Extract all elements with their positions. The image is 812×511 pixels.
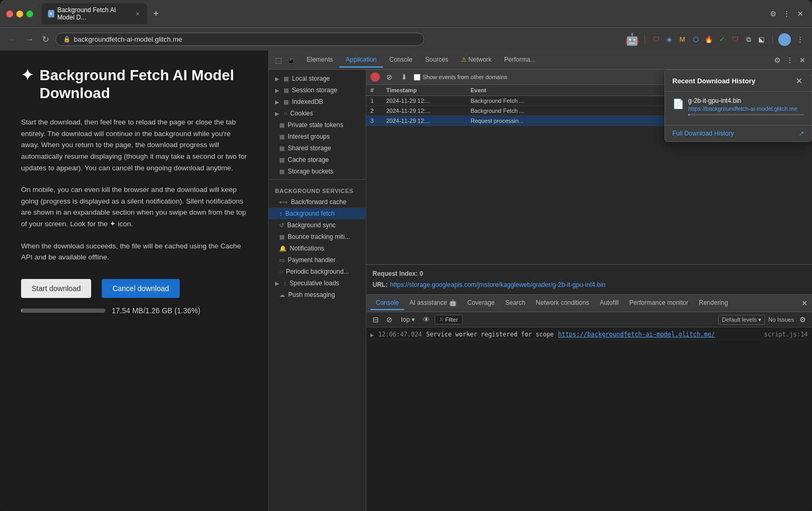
show-events-checkbox[interactable] bbox=[414, 74, 420, 81]
download-url[interactable]: https://backgroundfetch-ai-model.glitch.… bbox=[688, 105, 804, 112]
ext-icon-7[interactable]: 🛡 bbox=[729, 34, 741, 45]
devtools-close-icon[interactable]: ✕ bbox=[795, 8, 806, 19]
sidebar-item-indexeddb[interactable]: ▶ ▦ IndexedDB bbox=[269, 96, 366, 108]
tab-sources[interactable]: Sources bbox=[419, 53, 455, 68]
row-ts: 2024-11-29 12:... bbox=[386, 118, 471, 124]
popup-close-button[interactable]: ✕ bbox=[794, 75, 804, 86]
sidebar-item-background-fetch[interactable]: ↕ Background fetch bbox=[269, 208, 366, 219]
forward-button[interactable]: → bbox=[23, 33, 36, 46]
file-icon: 📄 bbox=[672, 98, 684, 110]
console-close-button[interactable]: ✕ bbox=[801, 299, 808, 307]
profile-icon[interactable] bbox=[778, 33, 791, 46]
popup-header: Recent Download History ✕ bbox=[665, 70, 811, 92]
browser-menu-icon[interactable]: ⋮ bbox=[794, 34, 806, 45]
active-tab[interactable]: ✦ Background Fetch AI Model D... ✕ bbox=[42, 3, 147, 24]
console-eye-icon[interactable]: 👁 bbox=[421, 314, 432, 325]
sidebar-item-bounce-tracking[interactable]: ▦ Bounce tracking miti... bbox=[269, 231, 366, 243]
devtools-more-icon[interactable]: ⋮ bbox=[781, 8, 792, 19]
ext-icon-4[interactable]: ⬡ bbox=[690, 34, 701, 45]
record-button[interactable] bbox=[370, 72, 380, 82]
ext-icon-8[interactable]: ⧉ bbox=[742, 34, 754, 45]
log-source[interactable]: script.js:14 bbox=[764, 331, 808, 338]
sidebar-item-notifications[interactable]: 🔔 Notifications bbox=[269, 243, 366, 254]
log-link[interactable]: https://backgroundfetch-ai-model.glitch.… bbox=[558, 331, 715, 338]
tab-application[interactable]: Application bbox=[339, 53, 383, 68]
ext-icon-9[interactable]: ⬕ bbox=[756, 34, 767, 45]
console-tab-rendering[interactable]: Rendering bbox=[693, 296, 733, 310]
console-clear-icon[interactable]: ⊘ bbox=[384, 314, 395, 325]
clear-icon[interactable]: ⊘ bbox=[384, 72, 395, 82]
console-tab-performance-monitor[interactable]: Performance monitor bbox=[624, 296, 693, 310]
sidebar-item-shared-storage[interactable]: ▦ Shared storage bbox=[269, 142, 366, 154]
default-levels-label: Default levels bbox=[722, 316, 757, 323]
ext-icon-3[interactable]: M bbox=[677, 34, 688, 45]
ext-icon-6[interactable]: ✓ bbox=[716, 34, 728, 45]
dropdown-arrow: ▾ bbox=[758, 316, 761, 323]
reload-button[interactable]: ↻ bbox=[40, 32, 51, 46]
sidebar-item-back-forward-cache[interactable]: ⟺ Back/forward cache bbox=[269, 196, 366, 208]
sidebar-item-storage-buckets[interactable]: ▦ Storage buckets bbox=[269, 166, 366, 177]
devtools-mobile-icon[interactable]: 📱 bbox=[286, 55, 296, 65]
url-row: URL: https://storage.googleapis.com/jmst… bbox=[373, 279, 806, 289]
console-filter-box[interactable]: ⧖ Filter bbox=[435, 315, 463, 324]
console-tab-search[interactable]: Search bbox=[500, 296, 531, 310]
ext-icon-1[interactable]: 🛡 bbox=[650, 34, 662, 45]
console-tab-autofill[interactable]: Autofill bbox=[594, 296, 624, 310]
console-top-dropdown[interactable]: top ▾ bbox=[398, 315, 418, 324]
sidebar-item-cache-storage[interactable]: ▦ Cache storage bbox=[269, 154, 366, 166]
devtools-more-options[interactable]: ⋮ bbox=[785, 55, 795, 65]
maximize-window-button[interactable] bbox=[26, 11, 33, 17]
devtools-settings-gear[interactable]: ⚙ bbox=[772, 55, 782, 65]
start-download-button[interactable]: Start download bbox=[21, 279, 91, 298]
console-tab-coverage[interactable]: Coverage bbox=[462, 296, 500, 310]
sidebar-item-push-messaging[interactable]: ☁ Push messaging bbox=[269, 289, 366, 301]
main-content: ✦ Background Fetch AI Model Download Sta… bbox=[0, 51, 812, 511]
devtools-settings-icon[interactable]: ⚙ bbox=[768, 8, 778, 19]
tab-console[interactable]: Console bbox=[383, 53, 419, 68]
devtools-inspect-icon[interactable]: ⬚ bbox=[273, 55, 283, 65]
download-progress-bar bbox=[688, 114, 804, 115]
row-num: 3 bbox=[370, 118, 386, 124]
default-levels-button[interactable]: Default levels ▾ bbox=[718, 315, 765, 325]
full-history-link[interactable]: Full Download History bbox=[672, 130, 734, 137]
ext-icon-5[interactable]: 🔥 bbox=[703, 34, 715, 45]
sidebar-item-cookies[interactable]: ▶ ○ Cookies bbox=[269, 108, 366, 119]
sidebar-label: Interest groups bbox=[288, 133, 330, 140]
ext-icon-2[interactable]: ◈ bbox=[663, 34, 675, 45]
expand-arrow[interactable]: ▶ bbox=[370, 332, 374, 339]
sidebar-label: Push messaging bbox=[288, 291, 335, 298]
console-sidebar-icon[interactable]: ⊟ bbox=[370, 314, 381, 325]
tab-network[interactable]: ⚠Network bbox=[455, 53, 498, 68]
minimize-window-button[interactable] bbox=[16, 11, 23, 17]
console-tab-console[interactable]: Console bbox=[370, 296, 404, 310]
address-bar[interactable]: 🔒 backgroundfetch-ai-model.glitch.me bbox=[55, 33, 424, 46]
show-events-label[interactable]: Show events from other domains bbox=[414, 74, 507, 81]
sidebar-item-background-sync[interactable]: ↺ Background sync bbox=[269, 219, 366, 231]
sidebar-item-periodic-background[interactable]: ○ Periodic background... bbox=[269, 266, 366, 277]
new-tab-button[interactable]: + bbox=[149, 7, 163, 21]
tab-close-button[interactable]: ✕ bbox=[134, 10, 141, 17]
external-link-icon[interactable]: ↗ bbox=[799, 130, 804, 137]
sidebar-item-interest-groups[interactable]: ▦ Interest groups bbox=[269, 131, 366, 142]
sidebar-label: Bounce tracking miti... bbox=[288, 233, 350, 240]
sidebar-item-private-state-tokens[interactable]: ▦ Private state tokens bbox=[269, 119, 366, 131]
download-icon[interactable]: ⬇ bbox=[399, 72, 409, 82]
console-tab-network-conditions[interactable]: Network conditions bbox=[531, 296, 594, 310]
cancel-download-button[interactable]: Cancel download bbox=[102, 279, 179, 298]
sidebar-item-session-storage[interactable]: ▶ ▦ Session storage bbox=[269, 84, 366, 96]
toolbar-icons: 🤖 🛡 ◈ M ⬡ 🔥 ✓ 🛡 ⧉ ⬕ ⋮ bbox=[625, 33, 806, 46]
close-window-button[interactable] bbox=[6, 11, 13, 17]
console-tab-ai[interactable]: AI assistance 🤖 bbox=[404, 296, 462, 310]
back-button[interactable]: ← bbox=[6, 33, 19, 46]
extension-icons: 🛡 ◈ M ⬡ 🔥 ✓ 🛡 ⧉ ⬕ bbox=[650, 34, 767, 45]
tab-elements[interactable]: Elements bbox=[300, 53, 339, 68]
tab-performance[interactable]: Performa... bbox=[498, 53, 542, 68]
console-settings-icon[interactable]: ⚙ bbox=[797, 314, 808, 325]
traffic-lights bbox=[6, 11, 33, 17]
devtools-panel-close[interactable]: ✕ bbox=[797, 55, 808, 65]
sidebar-item-speculative-loads[interactable]: ▶ ↕ Speculative loads bbox=[269, 277, 366, 289]
sidebar-item-payment-handler[interactable]: ▭ Payment handler bbox=[269, 254, 366, 266]
page-title-icon: ✦ bbox=[21, 66, 33, 84]
sidebar-item-local-storage[interactable]: ▶ ▦ Local storage bbox=[269, 73, 366, 84]
detail-url[interactable]: https://storage.googleapis.com/jmstore/k… bbox=[390, 281, 605, 288]
